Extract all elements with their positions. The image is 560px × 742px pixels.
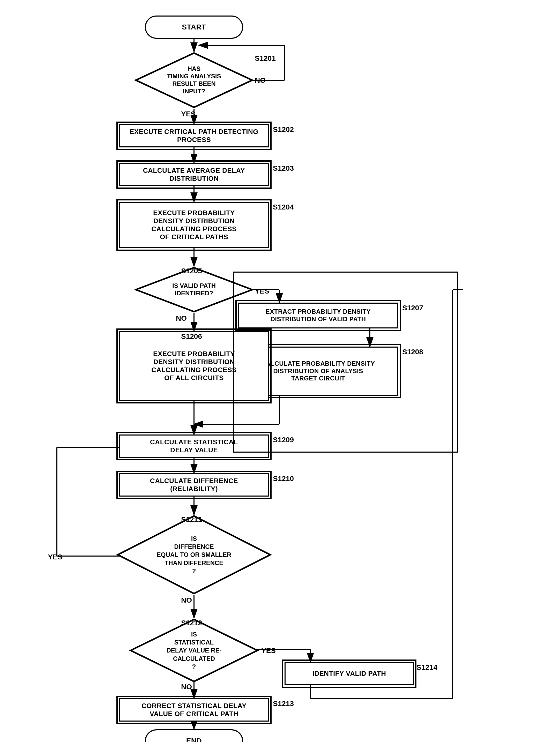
- s1206-shape: EXECUTE PROBABILITY DENSITY DISTRIBUTION…: [119, 331, 269, 401]
- s1201-diamond-container: HAS TIMING ANALYSIS RESULT BEEN INPUT?: [135, 52, 253, 109]
- s1204-text: EXECUTE PROBABILITY DENSITY DISTRIBUTION…: [151, 209, 237, 241]
- s1214-text: IDENTIFY VALID PATH: [312, 670, 386, 678]
- s1213-label: S1213: [273, 700, 294, 708]
- s1211-label: S1211: [181, 516, 202, 524]
- s1202-text: EXECUTE CRITICAL PATH DETECTING PROCESS: [120, 128, 268, 144]
- s1203-shape: CALCULATE AVERAGE DELAY DISTRIBUTION: [119, 163, 269, 186]
- start-shape: START: [145, 15, 243, 39]
- s1213-text: CORRECT STATISTICAL DELAY VALUE OF CRITI…: [142, 702, 247, 718]
- s1206-label: S1206: [181, 332, 202, 340]
- s1205-text: IS VALID PATH IDENTIFIED?: [172, 282, 216, 297]
- s1214-shape: IDENTIFY VALID PATH: [285, 662, 414, 685]
- s1212-diamond-container: IS STATISTICAL DELAY VALUE RE- CALCULATE…: [129, 618, 259, 683]
- s1205-no-label: NO: [176, 314, 187, 322]
- s1201-text: HAS TIMING ANALYSIS RESULT BEEN INPUT?: [167, 65, 221, 95]
- end-label: END: [186, 737, 202, 742]
- start-label: START: [182, 23, 206, 32]
- s1205-label: S1205: [181, 267, 202, 275]
- s1201-label: S1201: [255, 54, 276, 63]
- s1201-yes-label: YES: [181, 110, 196, 118]
- s1209-label: S1209: [273, 436, 294, 444]
- s1208-label: S1208: [402, 348, 423, 356]
- s1203-text: CALCULATE AVERAGE DELAY DISTRIBUTION: [120, 167, 268, 182]
- s1212-text: IS STATISTICAL DELAY VALUE RE- CALCULATE…: [166, 630, 222, 671]
- s1206-text: EXECUTE PROBABILITY DENSITY DISTRIBUTION…: [151, 350, 237, 382]
- s1201-no-label: NO: [255, 76, 266, 85]
- s1207-text: EXTRACT PROBABILITY DENSITY DISTRIBUTION…: [266, 308, 371, 323]
- s1207-label: S1207: [402, 304, 423, 312]
- s1208-text: CALCULATE PROBABILITY DENSITY DISTRIBUTI…: [261, 360, 375, 382]
- s1204-label: S1204: [273, 203, 294, 211]
- s1210-label: S1210: [273, 475, 294, 483]
- s1214-label: S1214: [416, 664, 438, 672]
- s1202-shape: EXECUTE CRITICAL PATH DETECTING PROCESS: [119, 124, 269, 147]
- s1212-no-label: NO: [181, 683, 192, 691]
- flowchart: START HAS TIMING ANALYSIS RESULT BEEN IN…: [0, 0, 560, 742]
- s1212-label: S1212: [181, 619, 202, 627]
- s1210-shape: CALCULATE DIFFERENCE (RELIABILITY): [119, 473, 269, 496]
- s1204-shape: EXECUTE PROBABILITY DENSITY DISTRIBUTION…: [119, 202, 269, 248]
- s1213-shape: CORRECT STATISTICAL DELAY VALUE OF CRITI…: [119, 698, 269, 722]
- s1212-yes-label: YES: [261, 647, 276, 655]
- s1205-yes-label: YES: [255, 287, 269, 295]
- s1211-yes-label: YES: [48, 553, 62, 561]
- s1209-text: CALCULATE STATISTICAL DELAY VALUE: [150, 438, 238, 454]
- s1209-shape: CALCULATE STATISTICAL DELAY VALUE: [119, 434, 269, 458]
- s1211-no-label: NO: [181, 596, 192, 604]
- s1211-diamond-container: IS DIFFERENCE EQUAL TO OR SMALLER THAN D…: [116, 515, 271, 595]
- end-shape: END: [145, 729, 243, 742]
- s1203-label: S1203: [273, 164, 294, 172]
- s1211-text: IS DIFFERENCE EQUAL TO OR SMALLER THAN D…: [157, 535, 231, 575]
- s1202-label: S1202: [273, 125, 294, 134]
- s1210-text: CALCULATE DIFFERENCE (RELIABILITY): [150, 477, 238, 493]
- s1207-shape: EXTRACT PROBABILITY DENSITY DISTRIBUTION…: [238, 303, 398, 328]
